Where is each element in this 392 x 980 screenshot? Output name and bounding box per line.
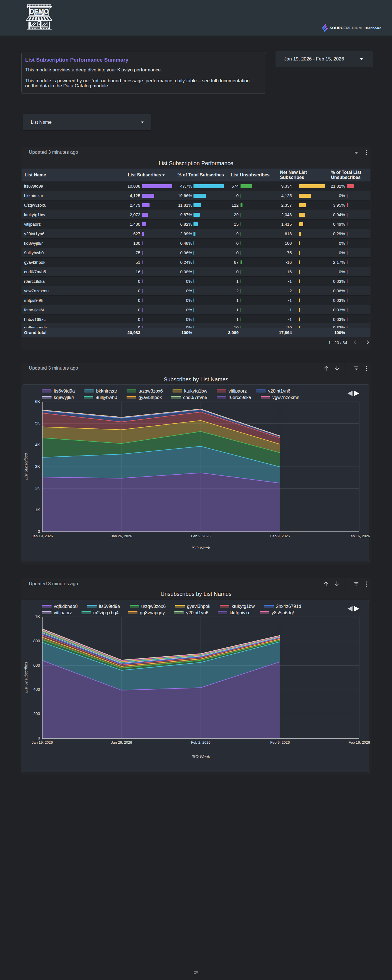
- svg-text:2K: 2K: [35, 486, 40, 490]
- svg-text:Feb 16, 2026: Feb 16, 2026: [349, 534, 370, 538]
- svg-text:Jan 19, 2026: Jan 19, 2026: [32, 534, 53, 538]
- svg-text:200: 200: [33, 711, 40, 716]
- svg-text:600: 600: [33, 663, 40, 668]
- svg-text:Jan 26, 2026: Jan 26, 2026: [111, 740, 132, 745]
- svg-text:3K: 3K: [35, 464, 40, 469]
- svg-text:List Subscribes: List Subscribes: [24, 453, 28, 480]
- svg-text:SHOP: SHOP: [35, 13, 43, 15]
- svg-text:ISO Week: ISO Week: [191, 754, 210, 759]
- svg-text:Feb 2, 2026: Feb 2, 2026: [191, 534, 210, 538]
- svg-text:800: 800: [33, 639, 40, 643]
- svg-text:Feb 9, 2026: Feb 9, 2026: [270, 534, 290, 538]
- svg-text:4K: 4K: [35, 443, 40, 447]
- svg-text:List Unsubscribes: List Unsubscribes: [24, 662, 28, 693]
- svg-text:0: 0: [38, 736, 40, 740]
- svg-text:Jan 26, 2026: Jan 26, 2026: [111, 534, 132, 538]
- svg-text:1K: 1K: [35, 614, 40, 619]
- svg-text:1K: 1K: [35, 508, 40, 512]
- svg-text:Jan 19, 2026: Jan 19, 2026: [32, 740, 53, 745]
- svg-text:ISO Week: ISO Week: [191, 546, 210, 550]
- svg-text:400: 400: [33, 687, 40, 692]
- svg-text:6K: 6K: [35, 399, 40, 404]
- svg-text:0: 0: [38, 529, 40, 534]
- svg-text:Feb 2, 2026: Feb 2, 2026: [191, 740, 210, 745]
- svg-text:Feb 9, 2026: Feb 9, 2026: [270, 740, 290, 745]
- svg-text:Feb 16, 2026: Feb 16, 2026: [349, 740, 370, 745]
- svg-text:5K: 5K: [35, 421, 40, 425]
